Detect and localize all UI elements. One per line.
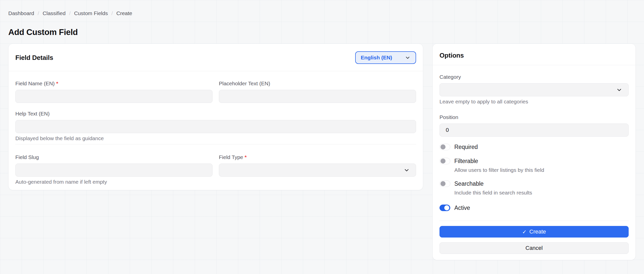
placeholder-text-label: Placeholder Text (EN) [219, 80, 416, 87]
field-type-group: Field Type * [219, 154, 416, 185]
field-type-label-text: Field Type [219, 154, 243, 160]
field-slug-input[interactable] [15, 164, 213, 177]
field-slug-group: Field Slug Auto-generated from name if l… [15, 154, 213, 185]
field-type-select[interactable] [219, 164, 416, 177]
active-toggle-row: Active [439, 205, 629, 211]
check-icon: ✓ [522, 229, 527, 234]
category-group: Category Leave empty to apply to all cat… [439, 74, 629, 105]
options-title: Options [439, 51, 464, 59]
section-divider [15, 144, 416, 144]
toggle-knob [440, 159, 446, 164]
chevron-down-icon [404, 167, 410, 173]
breadcrumb-item-custom-fields[interactable]: Custom Fields [74, 11, 108, 16]
filterable-toggle[interactable] [439, 158, 450, 164]
filterable-toggle-label[interactable]: Filterable [454, 158, 478, 164]
options-card: Options Category Leave empty to apply to… [432, 44, 636, 260]
chevron-down-icon [616, 87, 622, 93]
category-hint: Leave empty to apply to all categories [439, 98, 629, 105]
cancel-button-label: Cancel [526, 245, 543, 251]
help-text-hint: Displayed below the field as guidance [15, 135, 416, 142]
toggle-knob [440, 144, 446, 149]
breadcrumb-item-dashboard[interactable]: Dashboard [8, 11, 34, 16]
breadcrumb-separator: / [38, 11, 39, 16]
field-type-label: Field Type * [219, 154, 416, 161]
required-toggle[interactable] [439, 144, 450, 150]
create-button-label: Create [529, 228, 546, 235]
placeholder-text-input[interactable] [219, 90, 416, 103]
field-slug-hint: Auto-generated from name if left empty [15, 179, 213, 185]
toggle-knob [444, 205, 449, 210]
page: Dashboard / Classified / Custom Fields /… [0, 0, 644, 260]
help-text-input[interactable] [15, 120, 416, 133]
field-slug-label: Field Slug [15, 154, 213, 161]
footer-divider [439, 221, 629, 221]
required-asterisk: * [245, 154, 247, 160]
searchable-hint: Include this field in search results [454, 189, 629, 196]
language-selector-button[interactable]: English (EN) [355, 51, 416, 64]
category-label: Category [439, 74, 629, 80]
breadcrumb-item-create: Create [116, 11, 132, 16]
field-details-title: Field Details [15, 54, 53, 62]
active-toggle-label[interactable]: Active [454, 205, 470, 211]
required-asterisk: * [56, 81, 58, 86]
position-group: Position [439, 114, 629, 137]
field-details-card: Field Details English (EN) Field Name (E… [8, 44, 423, 190]
help-text-group: Help Text (EN) Displayed below the field… [15, 110, 416, 142]
active-toggle[interactable] [439, 205, 450, 211]
options-header: Options [433, 44, 635, 65]
position-label: Position [439, 114, 629, 121]
category-select[interactable] [439, 83, 629, 96]
field-name-label: Field Name (EN) * [15, 80, 213, 87]
language-selector-label: English (EN) [361, 55, 392, 61]
breadcrumb-item-classified[interactable]: Classified [43, 11, 66, 16]
filterable-toggle-row: Filterable [439, 158, 629, 164]
field-name-label-text: Field Name (EN) [15, 81, 55, 86]
breadcrumb-separator: / [69, 11, 71, 16]
required-toggle-label[interactable]: Required [454, 144, 478, 150]
searchable-toggle-label[interactable]: Searchable [454, 180, 484, 187]
position-input[interactable] [439, 124, 629, 137]
cancel-button[interactable]: Cancel [439, 242, 629, 254]
help-text-label: Help Text (EN) [15, 110, 416, 117]
searchable-toggle-row: Searchable [439, 180, 629, 187]
field-name-group: Field Name (EN) * [15, 80, 213, 103]
page-title: Add Custom Field [8, 27, 636, 37]
breadcrumb: Dashboard / Classified / Custom Fields /… [8, 11, 636, 16]
create-button[interactable]: ✓ Create [439, 226, 629, 238]
required-toggle-row: Required [439, 144, 629, 150]
field-details-header: Field Details English (EN) [9, 44, 423, 71]
chevron-down-icon [405, 55, 411, 61]
placeholder-text-group: Placeholder Text (EN) [219, 80, 416, 103]
filterable-hint: Allow users to filter listings by this f… [454, 167, 629, 173]
breadcrumb-separator: / [111, 11, 113, 16]
searchable-toggle[interactable] [439, 180, 450, 187]
field-name-input[interactable] [15, 90, 213, 103]
toggle-knob [440, 181, 446, 186]
